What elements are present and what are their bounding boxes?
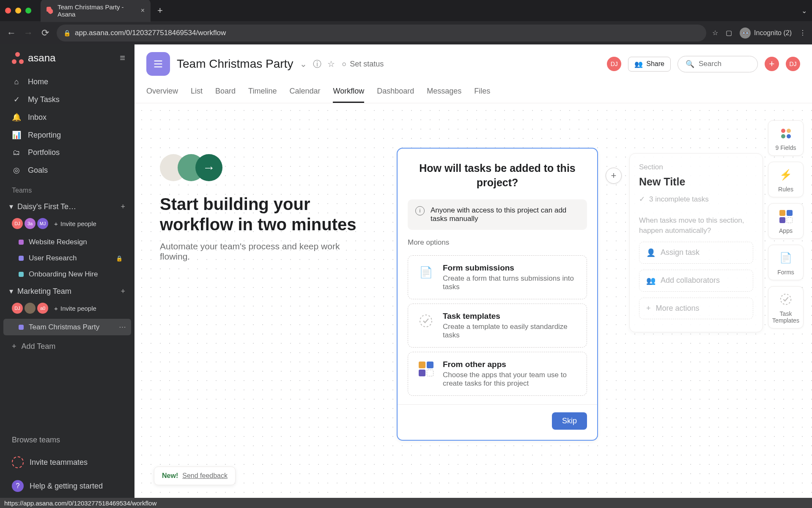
intro-heading: Start building your workflow in two minu… — [160, 194, 367, 235]
option-assign-task[interactable]: 👤Assign task — [639, 242, 753, 264]
tab-overview[interactable]: Overview — [146, 83, 178, 103]
team-row[interactable]: ▾ Marketing Team + — [0, 282, 134, 300]
back-button[interactable]: ← — [6, 28, 17, 39]
invite-people-button[interactable]: +Invite people — [54, 305, 96, 312]
people-icon: 👥 — [646, 276, 656, 285]
help-icon: ? — [12, 480, 24, 492]
minimize-window-icon[interactable] — [15, 8, 21, 14]
asana-logo[interactable]: asana — [12, 52, 55, 64]
sidebar-item-my-tasks[interactable]: ✓My Tasks — [0, 91, 134, 108]
avatar[interactable]: DJ — [12, 218, 23, 229]
asana-wordmark: asana — [28, 52, 55, 64]
avatar[interactable]: a0 — [37, 303, 48, 314]
tab-files[interactable]: Files — [474, 83, 490, 103]
panel-icon[interactable]: ▢ — [726, 29, 732, 37]
option-label: More actions — [656, 304, 700, 313]
lock-icon: 🔒 — [63, 30, 71, 36]
browse-teams-link[interactable]: Browse teams — [0, 430, 134, 450]
bookmark-icon[interactable]: ☆ — [712, 29, 718, 37]
tab-favicon-icon — [47, 7, 53, 14]
avatar[interactable]: MJ — [37, 218, 48, 229]
tab-calendar[interactable]: Calendar — [289, 83, 320, 103]
avatar[interactable] — [25, 303, 36, 314]
tab-timeline[interactable]: Timeline — [248, 83, 277, 103]
invite-people-button[interactable]: +Invite people — [54, 220, 96, 227]
toolbox-task-templates[interactable]: Task Templates — [768, 286, 804, 329]
sidebar-item-reporting[interactable]: 📊Reporting — [0, 126, 134, 144]
toolbox-fields[interactable]: 9 Fields — [768, 120, 804, 156]
option-add-collaborators[interactable]: 👥Add collaborators — [639, 270, 753, 292]
option-more-actions[interactable]: +More actions — [639, 298, 753, 319]
incognito-icon: 👓 — [740, 28, 751, 39]
chevron-down-icon[interactable]: ▾ — [9, 202, 13, 211]
project-row[interactable]: Website Redesign — [0, 234, 134, 250]
option-form-submissions[interactable]: 📄 Form submissions Create a form that tu… — [408, 255, 587, 299]
incomplete-tasks-row[interactable]: ✓3 incomplete tasks — [639, 195, 753, 204]
plus-icon: + — [12, 342, 16, 351]
chevron-down-icon[interactable]: ⌄ — [300, 59, 307, 69]
tab-messages[interactable]: Messages — [427, 83, 461, 103]
project-row[interactable]: User Research🔒 — [0, 250, 134, 266]
sidebar-item-goals[interactable]: ◎Goals — [0, 161, 134, 179]
toolbox-rules[interactable]: ⚡ Rules — [768, 162, 804, 197]
toolbox-forms[interactable]: 📄 Forms — [768, 245, 804, 280]
info-icon[interactable]: ⓘ — [313, 58, 321, 70]
sidebar-item-label: My Tasks — [28, 95, 60, 104]
incognito-badge[interactable]: 👓 Incognito (2) — [740, 28, 792, 39]
toolbox-apps[interactable]: Apps — [768, 203, 804, 239]
help-button[interactable]: ? Help & getting started — [0, 474, 134, 498]
invite-teammates-button[interactable]: Invite teammates — [0, 450, 134, 474]
sidebar-item-home[interactable]: ⌂Home — [0, 73, 134, 91]
tab-list[interactable]: List — [191, 83, 203, 103]
add-to-team-icon[interactable]: + — [121, 202, 125, 211]
tab-close-icon[interactable]: × — [141, 7, 145, 14]
skip-button[interactable]: Skip — [552, 412, 587, 430]
project-color-icon — [19, 272, 24, 277]
maximize-window-icon[interactable] — [25, 8, 31, 14]
address-bar[interactable]: 🔒 app.asana.com/0/1203277518469534/workf… — [57, 25, 706, 41]
project-icon[interactable] — [146, 52, 170, 76]
tabs-dropdown-icon[interactable]: ⌄ — [801, 7, 807, 15]
new-tab-button[interactable]: + — [157, 5, 163, 16]
project-title[interactable]: Team Christmas Party — [177, 57, 293, 71]
tab-dashboard[interactable]: Dashboard — [377, 83, 414, 103]
set-status-button[interactable]: ○ Set status — [342, 60, 384, 69]
tab-board[interactable]: Board — [215, 83, 236, 103]
add-to-team-icon[interactable]: + — [121, 287, 125, 296]
option-from-other-apps[interactable]: From other apps Choose the apps that you… — [408, 352, 587, 396]
browser-menu-icon[interactable]: ⋮ — [799, 29, 806, 37]
sidebar-item-label: Inbox — [28, 113, 47, 122]
more-icon[interactable]: ⋯ — [119, 323, 126, 331]
user-avatar[interactable]: DJ — [786, 57, 800, 71]
member-avatar[interactable]: DJ — [607, 57, 621, 71]
option-label: Add collaborators — [661, 276, 720, 285]
chevron-down-icon[interactable]: ▾ — [9, 287, 13, 296]
avatar[interactable]: 3a — [25, 218, 36, 229]
sidebar-item-portfolios[interactable]: 🗂Portfolios — [0, 144, 134, 161]
window-controls[interactable] — [5, 8, 31, 14]
team-row[interactable]: ▾ Daisy's First Te… + — [0, 198, 134, 215]
add-team-button[interactable]: +Add Team — [0, 335, 134, 358]
workflow-canvas[interactable]: → Start building your workflow in two mi… — [134, 103, 812, 498]
share-button[interactable]: 👥Share — [628, 57, 671, 72]
bolt-icon: ⚡ — [777, 167, 794, 182]
avatar[interactable]: DJ — [12, 303, 23, 314]
close-window-icon[interactable] — [5, 8, 11, 14]
sidebar-item-inbox[interactable]: 🔔Inbox — [0, 108, 134, 126]
search-input[interactable]: 🔍Search — [678, 56, 758, 72]
sidebar-collapse-icon[interactable]: ≡ — [120, 52, 125, 64]
project-row[interactable]: Onboarding New Hire — [0, 266, 134, 282]
sidebar: asana ≡ ⌂Home ✓My Tasks 🔔Inbox 📊Reportin… — [0, 44, 134, 498]
star-icon[interactable]: ☆ — [327, 59, 335, 69]
send-feedback-link[interactable]: Send feedback — [182, 472, 228, 480]
browser-tab[interactable]: Team Christmas Party - Asana × — [41, 0, 151, 22]
project-row-active[interactable]: Team Christmas Party⋯ — [3, 319, 131, 335]
add-section-node[interactable]: + — [606, 168, 622, 184]
project-color-icon — [19, 325, 24, 330]
reload-button[interactable]: ⟳ — [40, 28, 51, 39]
section-title[interactable]: New Title — [639, 176, 753, 188]
tab-workflow[interactable]: Workflow — [333, 83, 364, 103]
apps-icon — [777, 209, 794, 224]
option-task-templates[interactable]: Task templates Create a template to easi… — [408, 304, 587, 348]
omni-add-button[interactable]: + — [765, 57, 779, 71]
